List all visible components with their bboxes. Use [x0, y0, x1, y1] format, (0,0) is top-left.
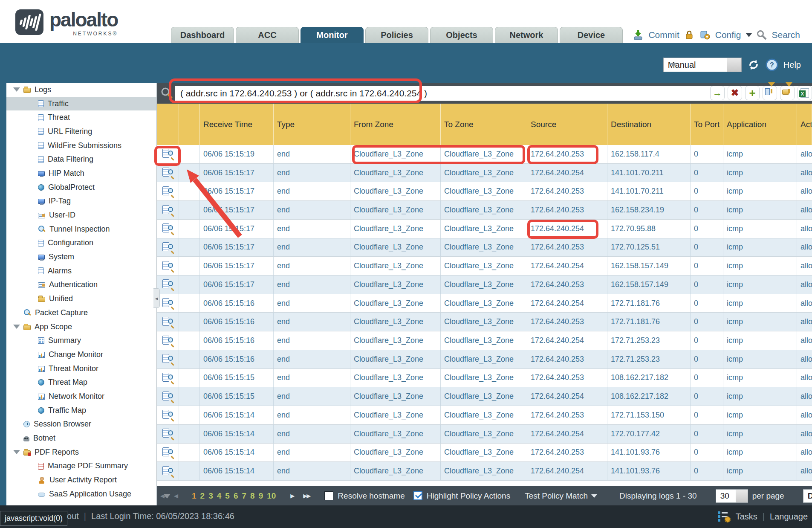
log-detail-magnifier-icon[interactable]	[162, 335, 174, 346]
sidebar-collapse-handle[interactable]: ◂	[153, 288, 160, 308]
log-detail-magnifier-icon[interactable]	[162, 261, 174, 272]
tree-expander-icon[interactable]	[13, 325, 20, 329]
table-cell-source[interactable]: 172.64.240.253	[527, 201, 607, 219]
export-csv-button[interactable]	[798, 86, 812, 100]
table-cell-destination[interactable]: 141.101.93.76	[607, 444, 691, 462]
table-cell-source[interactable]: 172.64.240.253	[527, 238, 607, 257]
table-cell-source[interactable]: 172.64.240.254	[527, 257, 607, 275]
table-cell-destination[interactable]: 172.71.253.23	[607, 331, 691, 350]
table-cell-destination[interactable]: 162.158.117.4	[607, 145, 691, 163]
table-row[interactable]: 06/06 15:15:17endCloudflare_L3_ZoneCloud…	[157, 220, 812, 238]
sidebar-item-user-id[interactable]: User-ID	[6, 208, 156, 222]
table-cell-destination[interactable]: 162.158.234.19	[607, 201, 691, 219]
sidebar-item-system[interactable]: System	[6, 250, 156, 264]
log-detail-magnifier-icon[interactable]	[162, 409, 174, 421]
tab-policies[interactable]: Policies	[365, 27, 428, 43]
sidebar-item-botnet[interactable]: Botnet	[6, 431, 156, 445]
table-cell-destination[interactable]: 141.101.93.76	[607, 462, 691, 480]
per-page-select[interactable]: 30	[716, 489, 736, 503]
sidebar-item-logs[interactable]: Logs	[6, 83, 156, 97]
table-cell-source[interactable]: 172.64.240.253	[527, 276, 607, 294]
table-row[interactable]: 06/06 15:15:17endCloudflare_L3_ZoneCloud…	[157, 164, 812, 183]
page-number-6[interactable]: 6	[234, 491, 238, 501]
sidebar-item-manage-pdf-summary[interactable]: Manage PDF Summary	[6, 459, 156, 473]
table-row[interactable]: 06/06 15:15:17endCloudflare_L3_ZoneCloud…	[157, 182, 812, 201]
sidebar-item-wildfire-submissions[interactable]: WildFire Submissions	[6, 139, 156, 153]
table-row[interactable]: 06/06 15:15:17endCloudflare_L3_ZoneCloud…	[157, 257, 812, 276]
sidebar-item-url-filtering[interactable]: URL Filtering	[6, 125, 156, 139]
table-row[interactable]: 06/06 15:15:17endCloudflare_L3_ZoneCloud…	[157, 238, 812, 257]
table-cell-source[interactable]: 172.64.240.253	[527, 444, 607, 462]
sidebar-item-user-activity-report[interactable]: User Activity Report	[6, 473, 156, 487]
column-header-from-zone[interactable]: From Zone	[350, 104, 441, 145]
page-number-2[interactable]: 2	[200, 491, 205, 501]
page-number-4[interactable]: 4	[217, 491, 222, 501]
table-cell-destination[interactable]: 108.162.217.182	[607, 387, 691, 406]
log-detail-magnifier-icon[interactable]	[162, 466, 174, 477]
sidebar-item-network-monitor[interactable]: Network Monitor	[6, 389, 156, 403]
page-number-1[interactable]: 1	[192, 491, 196, 501]
table-cell-destination[interactable]: 172.71.181.76	[607, 294, 691, 313]
sidebar-item-hip-match[interactable]: HIP Match	[6, 166, 156, 180]
table-cell-source[interactable]: 172.64.240.254	[527, 220, 607, 238]
page-number-8[interactable]: 8	[250, 491, 255, 501]
sort-order-select[interactable]: DESC	[803, 489, 812, 503]
column-header-receive-time[interactable]: Receive Time	[200, 104, 274, 145]
table-row[interactable]: 06/06 15:15:14endCloudflare_L3_ZoneCloud…	[157, 462, 812, 481]
log-detail-magnifier-icon[interactable]	[162, 354, 174, 365]
table-cell-destination[interactable]: 172.70.95.88	[607, 220, 691, 238]
table-cell-source[interactable]: 172.64.240.254	[527, 387, 607, 406]
help-label[interactable]: Help	[783, 60, 801, 70]
table-row[interactable]: 06/06 15:15:19endCloudflare_L3_ZoneCloud…	[157, 145, 812, 164]
table-row[interactable]: 06/06 15:15:17endCloudflare_L3_ZoneCloud…	[157, 276, 812, 294]
table-row[interactable]: 06/06 15:15:17endCloudflare_L3_ZoneCloud…	[157, 201, 812, 220]
sidebar-item-threat-map[interactable]: Threat Map	[6, 375, 156, 389]
tab-device[interactable]: Device	[560, 27, 623, 43]
highlight-policy-actions-checkbox[interactable]	[413, 491, 422, 500]
table-cell-destination[interactable]: 108.162.217.182	[607, 369, 691, 387]
sidebar-item-tunnel-inspection[interactable]: Tunnel Inspection	[6, 222, 156, 236]
config-caret-icon[interactable]	[746, 33, 752, 37]
help-icon[interactable]: ?	[766, 58, 778, 71]
per-page-dropdown-button[interactable]	[736, 489, 748, 503]
prev-page-icon[interactable]: ◀	[174, 493, 177, 499]
log-detail-magnifier-icon[interactable]	[162, 223, 174, 234]
sidebar-item-session-browser[interactable]: Session Browser	[6, 418, 156, 432]
table-cell-destination[interactable]: 162.158.157.149	[607, 257, 691, 275]
tab-monitor[interactable]: Monitor	[301, 27, 364, 43]
clear-filter-button[interactable]: ✖	[728, 86, 742, 100]
table-cell-source[interactable]: 172.64.240.253	[527, 406, 607, 424]
sidebar-item-traffic-map[interactable]: Traffic Map	[6, 403, 156, 418]
test-policy-match-button[interactable]: Test Policy Match	[525, 491, 588, 501]
table-row[interactable]: 06/06 15:15:16endCloudflare_L3_ZoneCloud…	[157, 331, 812, 350]
tab-dashboard[interactable]: Dashboard	[171, 27, 234, 43]
column-header-action[interactable]: Action	[797, 104, 812, 145]
table-cell-source[interactable]: 172.64.240.253	[527, 369, 607, 387]
filter-builder-button[interactable]	[763, 86, 777, 100]
sidebar-item-threat[interactable]: Threat	[6, 110, 156, 125]
table-cell-source[interactable]: 172.64.240.254	[527, 331, 607, 350]
column-header-to-zone[interactable]: To Zone	[441, 104, 527, 145]
test-policy-match-caret-icon[interactable]	[591, 494, 597, 498]
table-cell-destination[interactable]: 172.71.153.150	[607, 406, 691, 424]
page-number-10[interactable]: 10	[267, 491, 276, 501]
language-button[interactable]: Language	[770, 512, 808, 522]
sidebar-item-threat-monitor[interactable]: Threat Monitor	[6, 362, 156, 376]
log-detail-magnifier-icon[interactable]	[162, 447, 174, 458]
log-detail-magnifier-icon[interactable]	[162, 298, 174, 309]
tree-expander-icon[interactable]	[13, 450, 20, 454]
sidebar-item-alarms[interactable]: Alarms	[6, 264, 156, 278]
page-number-3[interactable]: 3	[208, 491, 213, 501]
log-detail-magnifier-icon[interactable]	[162, 167, 174, 178]
table-cell-destination[interactable]: 141.101.70.211	[607, 182, 691, 200]
table-cell-source[interactable]: 172.64.240.253	[527, 182, 607, 200]
table-row[interactable]: 06/06 15:15:15endCloudflare_L3_ZoneCloud…	[157, 369, 812, 388]
refresh-interval-dropdown-button[interactable]	[727, 58, 742, 72]
log-detail-magnifier-icon[interactable]	[162, 148, 174, 160]
sidebar-item-ip-tag[interactable]: IP-Tag	[6, 194, 156, 209]
log-detail-magnifier-icon[interactable]	[162, 391, 174, 402]
table-row[interactable]: 06/06 15:15:14endCloudflare_L3_ZoneCloud…	[157, 425, 812, 444]
column-header-application[interactable]: Application	[723, 104, 797, 145]
table-cell-destination[interactable]: 172.70.177.42	[607, 425, 691, 443]
sidebar-item-globalprotect[interactable]: GlobalProtect	[6, 180, 156, 194]
